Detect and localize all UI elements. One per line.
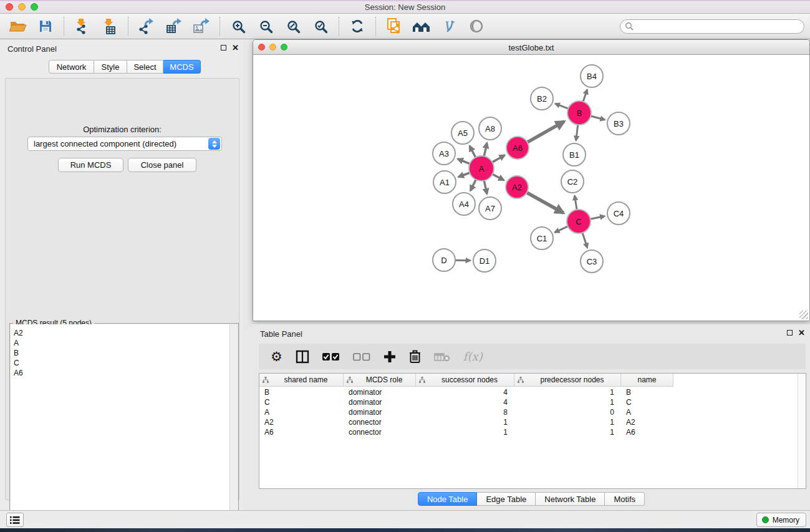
graph-edge-C-C4[interactable] (591, 216, 605, 220)
run-mcds-button[interactable]: Run MCDS (58, 158, 123, 172)
tab-select[interactable]: Select (127, 60, 163, 74)
graph-edge-C-C1[interactable] (555, 226, 568, 233)
graph-edge-A2-C[interactable] (527, 193, 564, 213)
result-node-item[interactable]: C (11, 358, 229, 368)
first-neighbors-button[interactable] (412, 17, 431, 36)
column-header-MCDS-role[interactable]: MCDS role (344, 374, 416, 387)
column-header-predecessor-nodes[interactable]: predecessor nodes (514, 374, 621, 387)
show-column-button[interactable] (296, 348, 309, 365)
result-list-scrollbar[interactable] (229, 324, 238, 532)
import-table-button[interactable] (100, 17, 119, 36)
network-window-title: testGlobe.txt (253, 43, 809, 52)
birds-eye-icon (469, 19, 484, 34)
column-header-name[interactable]: name (621, 374, 673, 387)
graph-node-label: A2 (512, 183, 522, 192)
table-cell: connector (344, 427, 416, 437)
graph-edge-A-A7[interactable] (484, 181, 487, 194)
task-history-button[interactable] (6, 513, 24, 527)
graph-edge-A-A3[interactable] (458, 159, 470, 164)
zoom-out-icon (259, 19, 273, 34)
node-table: shared nameMCDS rolesuccessor nodesprede… (259, 373, 806, 489)
result-node-item[interactable]: A6 (11, 368, 229, 378)
graph-edge-A-A5[interactable] (470, 146, 476, 157)
graph-node-label: C1 (537, 234, 547, 243)
column-header-successor-nodes[interactable]: successor nodes (416, 374, 514, 387)
zoom-selected-button[interactable] (311, 17, 330, 36)
tab-motifs[interactable]: Motifs (605, 492, 645, 506)
table-row[interactable]: Adominator80A (259, 407, 798, 417)
deselect-all-checkboxes-button[interactable] (353, 348, 370, 365)
column-header-shared-name[interactable]: shared name (259, 374, 344, 387)
tab-edge-table[interactable]: Edge Table (477, 492, 536, 506)
graph-edge-A6-B[interactable] (528, 122, 564, 142)
birds-eye-button[interactable] (467, 17, 486, 36)
table-cell: dominator (344, 387, 416, 397)
tab-node-table[interactable]: Node Table (418, 492, 478, 506)
export-network-button[interactable] (137, 17, 156, 36)
network-view-window: testGlobe.txt AA1A2A3A4A5A6A7A8BB1B2B3B4… (253, 39, 810, 321)
close-panel-icon[interactable]: ✕ (232, 44, 239, 51)
graph-edge-A-A4[interactable] (470, 180, 476, 191)
refresh-button[interactable] (348, 17, 367, 36)
memory-button[interactable]: Memory (756, 513, 806, 527)
zoom-in-button[interactable] (229, 17, 248, 36)
tab-style[interactable]: Style (94, 60, 127, 74)
new-network-from-selection-button[interactable] (385, 17, 403, 36)
table-row[interactable]: Bdominator41B (259, 387, 798, 397)
network-canvas[interactable]: AA1A2A3A4A5A6A7A8BB1B2B3B4CC1C2C3C4DD1 (254, 55, 809, 320)
table-cell: C (621, 397, 673, 407)
open-folder-button[interactable] (9, 17, 27, 36)
float-table-panel-icon[interactable] (787, 330, 793, 336)
resize-grip-icon[interactable] (799, 311, 808, 319)
result-node-item[interactable]: A2 (11, 328, 229, 338)
table-cell: 1 (416, 417, 514, 427)
network-window-titlebar[interactable]: testGlobe.txt (253, 40, 809, 55)
graph-edge-A-A6[interactable] (492, 155, 504, 162)
graph-node-label: A1 (440, 178, 450, 187)
show-hide-graphics-button[interactable]: V (440, 17, 458, 36)
zoom-fit-button[interactable] (284, 17, 302, 36)
application-window: Session: New Session V Control Panel ✕ N… (0, 0, 810, 532)
column-settings-gear-button[interactable]: ⚙ (271, 348, 282, 365)
table-row[interactable]: Cdominator41C (259, 397, 798, 407)
export-image-button[interactable] (192, 17, 211, 36)
result-node-item[interactable]: A (11, 338, 229, 348)
tab-network-table[interactable]: Network Table (536, 492, 605, 506)
add-column-plus-button[interactable] (383, 348, 396, 365)
graph-edge-B-B4[interactable] (583, 90, 587, 102)
graph-edge-C-C3[interactable] (582, 233, 587, 248)
close-table-panel-icon[interactable]: ✕ (798, 329, 805, 336)
export-table-button[interactable] (165, 17, 183, 36)
graph-edge-A-A1[interactable] (458, 173, 470, 177)
delete-column-trash-button[interactable] (409, 348, 421, 365)
graph-edge-B-B1[interactable] (576, 125, 578, 140)
table-row[interactable]: A6connector11A6 (259, 427, 798, 437)
zoom-out-button[interactable] (256, 17, 275, 36)
function-builder-fx-button[interactable]: f(x) (463, 348, 483, 365)
graph-edge-B-B2[interactable] (555, 104, 568, 109)
show-hide-graphics-icon: V (441, 19, 457, 34)
tab-network[interactable]: Network (49, 60, 94, 74)
table-cell: 1 (514, 397, 621, 407)
search-input[interactable] (634, 21, 804, 32)
table-cell: B (621, 387, 673, 397)
graph-edge-A-A2[interactable] (493, 174, 504, 180)
result-node-item[interactable]: B (11, 348, 229, 358)
save-button[interactable] (36, 17, 55, 36)
table-row[interactable]: A2connector11A2 (259, 417, 798, 427)
import-network-button[interactable] (73, 17, 92, 36)
toolbar-group: V (375, 17, 494, 36)
graph-edge-B-B3[interactable] (591, 116, 605, 120)
close-panel-button[interactable]: Close panel (128, 158, 196, 172)
delete-table-button[interactable] (434, 348, 450, 365)
toolbar-group (339, 17, 375, 36)
table-scrollbar[interactable] (798, 374, 806, 488)
select-all-checkboxes-button[interactable] (322, 348, 340, 365)
criterion-dropdown[interactable]: largest connected component (directed) (27, 137, 222, 151)
tab-mcds[interactable]: MCDS (163, 60, 201, 74)
graph-edge-C-C2[interactable] (575, 196, 577, 210)
save-icon (38, 19, 53, 34)
control-panel-tabs: NetworkStyleSelectMCDS (49, 60, 201, 74)
graph-edge-A-A8[interactable] (484, 143, 487, 156)
float-panel-icon[interactable] (221, 45, 226, 51)
